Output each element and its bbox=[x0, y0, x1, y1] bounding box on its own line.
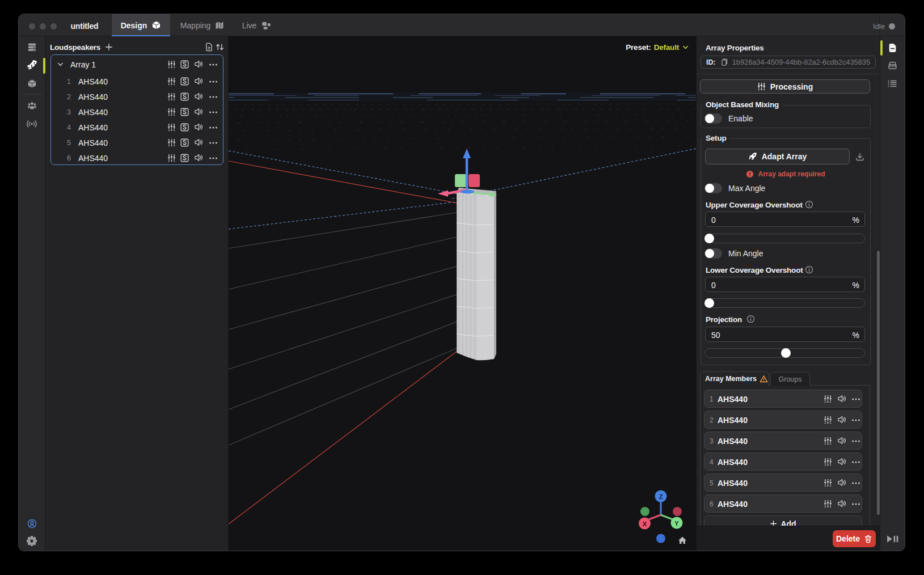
svg-text:Y: Y bbox=[674, 520, 679, 527]
svg-text:X: X bbox=[643, 521, 647, 527]
svg-text:Z: Z bbox=[659, 493, 663, 500]
